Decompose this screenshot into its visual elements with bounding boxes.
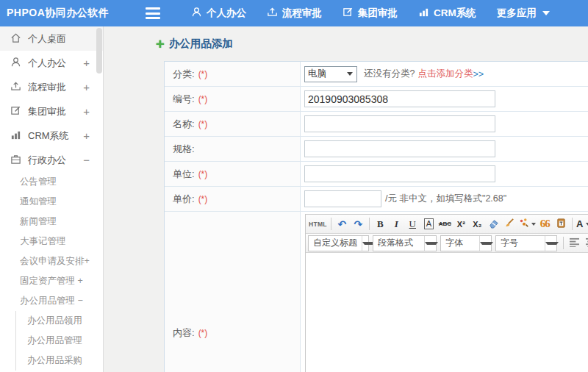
editor-toolbar-row2: 自定义标题 段落格式 字体 字号 [306,234,588,253]
sidebar-item-group-approval[interactable]: 集团审批 + [0,99,103,124]
strikethrough-button[interactable]: ABC [437,216,453,232]
field-label: 规格: [165,137,301,161]
nav-crm-system[interactable]: CRM系统 [408,0,487,26]
category-select[interactable]: 电脑 [304,66,357,82]
editor-toolbar-row1: HTML ↶ ↷ B I U A ABC X² X₂ [306,215,588,234]
form-row-spec: 规格: [165,137,588,162]
add-category-link-arrows[interactable]: >> [473,69,484,79]
code-input[interactable] [304,90,495,107]
subscript-button[interactable]: X₂ [470,216,485,232]
form-row-name: 名称: (*) [165,112,588,137]
font-color-button[interactable]: A [576,216,588,232]
nav-label: 流程审批 [282,7,322,20]
price-suffix: /元 非中文，如填写格式"2.68" [385,193,506,205]
dropdown-label: 字号 [496,237,545,249]
name-input[interactable] [304,115,495,132]
superscript-icon: X² [457,220,465,229]
format-painter-button[interactable] [502,216,517,232]
underline-button[interactable]: U [405,216,420,232]
blockquote-button[interactable]: 66 [537,216,553,232]
form-row-content: 内容: (*) HTML ↶ ↷ B I U [165,212,588,372]
sidebar-item-fixed-assets-mgmt[interactable]: 固定资产管理 + [0,271,103,291]
align-left-icon [569,237,580,249]
superscript-button[interactable]: X² [453,216,469,232]
sidebar-item-label: 个人办公 [28,57,66,70]
caret-down-icon [424,236,436,251]
sidebar-item-desktop[interactable]: 个人桌面 [0,26,103,51]
editor-content-area[interactable] [306,253,588,372]
sidebar-item-admin-office[interactable]: 行政办公 − [0,148,103,172]
bar-chart-icon [10,129,28,143]
paste-text-button[interactable] [553,216,569,232]
form-row-price: 单价: (*) /元 非中文，如填写格式"2.68" [165,187,588,212]
dropdown-label: 自定义标题 [309,237,362,249]
sidebar-item-news-mgmt[interactable]: 新闻管理 [0,212,103,232]
font-color-icon: A [576,218,583,229]
top-navigation: 个人办公 流程审批 集团审批 CRM系统 更多应用 [181,0,560,26]
label-text: 单价: [173,193,195,206]
align-left-button[interactable] [567,235,582,251]
price-input[interactable] [304,190,381,207]
field-value [301,137,588,161]
toolbar-separator [563,237,564,249]
collapse-toggle[interactable]: − [83,154,103,165]
category-hint: 还没有分类? [364,68,415,80]
sidebar-item-personal-office[interactable]: 个人办公 + [0,51,103,75]
sidebar-item-meeting-mgmt[interactable]: 会议申请及安排+ [0,251,103,271]
custom-title-dropdown[interactable]: 自定义标题 [308,235,369,251]
field-label: 分类: (*) [165,62,301,86]
remove-format-button[interactable] [486,216,501,232]
expand-toggle[interactable]: + [83,106,103,117]
sidebar-item-events-mgmt[interactable]: 大事记管理 [0,232,103,251]
nav-more-apps[interactable]: 更多应用 [487,0,560,26]
align-center-icon [585,237,588,249]
label-text: 编号: [173,93,195,106]
expand-toggle[interactable]: + [83,130,103,141]
nav-workflow-approval[interactable]: 流程审批 [257,0,332,26]
sidebar-item-office-supplies-mgmt[interactable]: 办公用品管理 − [0,291,103,311]
undo-button[interactable]: ↶ [334,216,350,232]
align-center-button[interactable] [583,235,588,251]
sidebar-item-crm[interactable]: CRM系统 + [0,124,103,148]
sidebar-item-notice-mgmt[interactable]: 通知管理 [0,192,103,212]
italic-button[interactable]: I [389,216,404,232]
nav-group-approval[interactable]: 集团审批 [332,0,408,26]
page-title-text: 办公用品添加 [169,37,233,51]
bold-button[interactable]: B [373,216,388,232]
toolbar-separator [369,218,370,230]
rich-text-editor: HTML ↶ ↷ B I U A ABC X² X₂ [305,214,588,372]
required-marker: (*) [198,69,208,79]
sidebar-item-supplies-purchase[interactable]: 办公用品采购 [16,351,103,371]
required-marker: (*) [198,328,208,338]
redo-button[interactable]: ↷ [351,216,366,232]
sidebar-item-supplies-claim[interactable]: 办公用品领用 [16,311,103,331]
unit-input[interactable] [304,165,495,182]
italic-icon: I [395,218,398,230]
menu-toggle-button[interactable] [146,7,162,19]
nav-personal-office[interactable]: 个人办公 [181,0,257,26]
expand-toggle[interactable]: + [83,82,103,93]
paragraph-format-dropdown[interactable]: 段落格式 [373,235,437,251]
bold-icon: B [377,218,384,230]
autoformat-button[interactable]: A [421,216,437,232]
sidebar-item-announcement-mgmt[interactable]: 公告管理 [0,172,103,192]
select-caret-icon [347,72,353,76]
app-logo[interactable]: PHPOA协同办公软件 [0,7,132,20]
font-size-dropdown[interactable]: 字号 [495,235,557,251]
required-marker: (*) [198,169,208,179]
auto-typeset-button[interactable] [518,216,537,232]
field-value: /元 非中文，如填写格式"2.68" [301,187,588,211]
category-selected-value: 电脑 [305,68,347,80]
nav-label: 个人办公 [207,7,246,20]
font-family-dropdown[interactable]: 字体 [440,235,492,251]
html-source-button[interactable]: HTML [308,216,328,232]
required-marker: (*) [198,194,208,204]
supply-add-form: 分类: (*) 电脑 还没有分类? 点击添加分类 >> 编号: (*) [164,61,588,372]
spec-input[interactable] [304,140,495,157]
add-category-link[interactable]: 点击添加分类 [417,68,473,80]
sidebar-item-supplies-manage[interactable]: 办公用品管理 [16,331,103,351]
sidebar-scrollbar-thumb[interactable] [96,28,102,74]
sidebar-item-label: 个人桌面 [28,32,66,46]
workflow-icon [10,81,28,94]
sidebar-item-workflow-approval[interactable]: 流程审批 + [0,75,103,99]
